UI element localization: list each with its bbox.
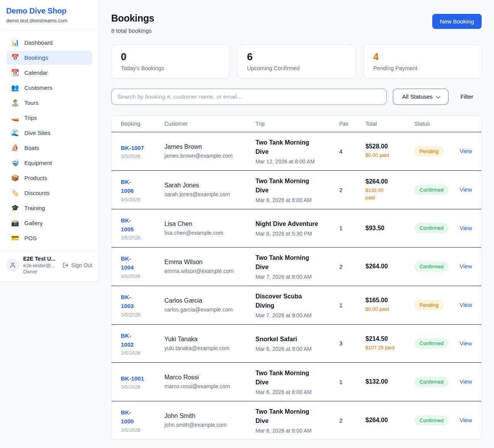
trip-cell: Two Tank Morning Dive Mar 12, 2026 at 8:… — [255, 138, 339, 165]
booking-date: 3/5/2026 — [121, 235, 164, 241]
table-body: BK-1007 3/5/2026 James Brown james.brown… — [112, 132, 481, 440]
view-link[interactable]: View — [460, 378, 472, 385]
chevron-down-icon — [436, 94, 440, 98]
page-header-text: Bookings 8 total bookings — [111, 13, 154, 34]
search-input[interactable] — [111, 89, 387, 105]
trip-title: Two Tank Morning Dive — [255, 369, 339, 387]
sidebar-item-label: Tours — [24, 99, 39, 106]
new-booking-button[interactable]: New Booking — [432, 14, 482, 29]
trip-datetime: Mar 6, 2026 at 9:00 AM — [255, 346, 339, 352]
table-row: BK-1007 3/5/2026 James Brown james.brown… — [112, 132, 481, 170]
view-link[interactable]: View — [460, 263, 472, 269]
pax-cell: 4 — [339, 148, 365, 155]
total-cell: $214.50 $107.25 paid — [365, 335, 414, 352]
sidebar-item-bookings[interactable]: 📅 Bookings — [6, 51, 92, 65]
booking-link[interactable]: BK- 1005 — [121, 216, 134, 234]
view-link[interactable]: View — [460, 225, 472, 231]
booking-link[interactable]: BK- 1002 — [121, 331, 134, 349]
sidebar-item-discounts[interactable]: 🏷️ Discounts — [6, 186, 92, 200]
sidebar-item-label: Customers — [24, 84, 52, 91]
island-icon: 🏝️ — [11, 99, 19, 106]
status-badge: Confirmed — [414, 223, 448, 233]
user-role: Owner — [23, 269, 59, 275]
page-subtitle: 8 total bookings — [111, 27, 154, 34]
booking-link[interactable]: BK- 1000 — [121, 408, 134, 426]
sidebar-item-products[interactable]: 📦 Products — [6, 171, 92, 185]
sidebar-item-dive-sites[interactable]: 🌊 Dive Sites — [6, 126, 92, 140]
status-badge: Confirmed — [414, 415, 448, 426]
view-link[interactable]: View — [460, 148, 472, 154]
total-cell: $264.00 $132.00 paid — [365, 178, 414, 202]
sidebar-item-training[interactable]: 🎓 Training — [6, 201, 92, 215]
table-row: BK-1001 3/5/2026 Marco Rossi marco.rossi… — [112, 362, 481, 401]
sidebar-item-tours[interactable]: 🏝️ Tours — [6, 96, 92, 110]
customer-name: Sarah Jones — [164, 182, 255, 189]
stat-card: 6 Upcoming Confirmed — [237, 44, 355, 79]
sidebar-item-trips[interactable]: 🚤 Trips — [6, 111, 92, 125]
view-link[interactable]: View — [460, 417, 472, 423]
sidebar-item-pos[interactable]: 💳 POS — [6, 231, 92, 245]
filter-button[interactable]: Filter — [460, 93, 473, 100]
trip-datetime: Mar 7, 2026 at 9:00 AM — [255, 312, 339, 318]
status-select[interactable]: All Statuses — [393, 89, 448, 105]
people-icon: 👥 — [11, 84, 19, 91]
booking-link[interactable]: BK- 1003 — [121, 293, 134, 311]
total-cell: $264.00 — [365, 263, 414, 270]
paid-amount: $0.00 paid — [365, 152, 414, 159]
trip-title: Two Tank Morning Dive — [255, 138, 339, 157]
customer-name: Yuki Tanaka — [164, 336, 255, 343]
customer-email: emma.wilson@example.com — [164, 268, 255, 274]
booking-date: 3/5/2026 — [121, 350, 164, 356]
sidebar-item-label: Trips — [24, 115, 37, 121]
booking-cell: BK- 1005 3/5/2026 — [121, 216, 164, 241]
customer-cell: Lisa Chen lisa.chen@example.com — [164, 221, 255, 236]
sign-out-button[interactable]: Sign Out — [63, 262, 92, 268]
trip-datetime: Mar 8, 2026 at 8:00 AM — [255, 197, 339, 203]
booking-link[interactable]: BK-1007 — [121, 143, 144, 152]
stat-card: 0 Today's Bookings — [111, 44, 229, 79]
page-header: Bookings 8 total bookings New Booking — [111, 13, 482, 34]
camera-icon: 📸 — [11, 220, 19, 226]
table-row: BK- 1006 3/5/2026 Sarah Jones sarah.jone… — [112, 170, 481, 209]
column-header-total: Total — [365, 121, 414, 127]
status-badge: Confirmed — [414, 338, 448, 349]
total-amount: $165.00 — [365, 297, 414, 304]
sidebar-item-label: Training — [24, 205, 45, 211]
paid-amount: $107.25 paid — [365, 344, 414, 352]
booking-link[interactable]: BK- 1004 — [121, 254, 134, 272]
booking-link[interactable]: BK-1001 — [121, 374, 144, 383]
customer-cell: Carlos Garcia carlos.garcia@example.com — [164, 297, 255, 313]
trip-cell: Discover Scuba Diving Mar 7, 2026 at 9:0… — [255, 292, 339, 318]
booking-cell: BK- 1003 3/5/2026 — [121, 293, 164, 318]
view-link[interactable]: View — [460, 340, 472, 347]
view-link[interactable]: View — [460, 301, 472, 308]
table-row: BK- 1002 3/5/2026 Yuki Tanaka yuki.tanak… — [112, 324, 481, 362]
pax-cell: 2 — [339, 417, 365, 424]
table-row: BK- 1000 3/5/2026 John Smith john.smith@… — [112, 401, 481, 440]
booking-link[interactable]: BK- 1006 — [121, 177, 134, 195]
booking-date: 3/5/2026 — [121, 312, 164, 318]
booking-cell: BK-1001 3/5/2026 — [121, 374, 164, 390]
view-link[interactable]: View — [460, 186, 472, 193]
column-header-booking: Booking — [121, 121, 164, 127]
sidebar-item-dashboard[interactable]: 📊 Dashboard — [6, 35, 92, 50]
sidebar-item-calendar[interactable]: 📆 Calendar — [6, 66, 92, 80]
customer-name: Lisa Chen — [164, 221, 255, 227]
credit-card-icon: 💳 — [11, 235, 19, 241]
sidebar-item-customers[interactable]: 👥 Customers — [6, 81, 92, 95]
pax-cell: 2 — [339, 263, 365, 270]
sidebar: Demo Dive Shop demo.test.divestreams.com… — [0, 0, 99, 282]
table-row: BK- 1005 3/5/2026 Lisa Chen lisa.chen@ex… — [112, 209, 481, 247]
customer-email: james.brown@example.com — [164, 153, 255, 159]
booking-date: 3/5/2026 — [121, 273, 164, 279]
trip-datetime: Mar 7, 2026 at 8:00 AM — [255, 274, 339, 280]
package-icon: 📦 — [11, 175, 19, 181]
user-meta: E2E Test U... e2e-tester@... Owner — [23, 256, 59, 275]
brand-title: Demo Dive Shop — [6, 7, 92, 15]
status-badge: Confirmed — [414, 185, 448, 195]
sidebar-item-gallery[interactable]: 📸 Gallery — [6, 216, 92, 230]
sidebar-item-boats[interactable]: ⛵ Boats — [6, 141, 92, 155]
sidebar-item-equipment[interactable]: 🤿 Equipment — [6, 156, 92, 170]
customer-name: James Brown — [164, 143, 255, 150]
table-row: BK- 1004 3/5/2026 Emma Wilson emma.wilso… — [112, 247, 481, 286]
